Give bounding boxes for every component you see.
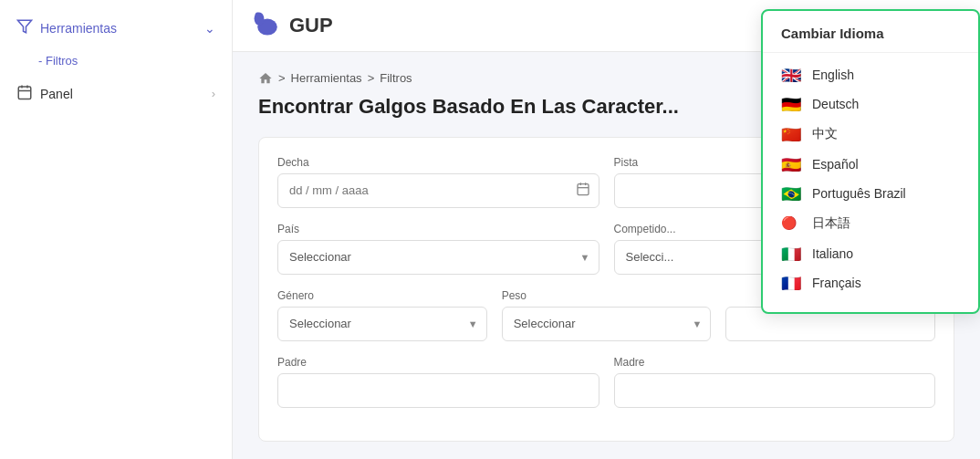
lang-label-chinese: 中文 bbox=[812, 126, 838, 142]
lang-label-japanese: 日本語 bbox=[812, 215, 850, 232]
pais-select[interactable]: Seleccionar bbox=[277, 240, 599, 275]
sidebar-item-filtros[interactable]: - Filtros bbox=[0, 47, 232, 75]
breadcrumb-herramientas[interactable]: Herramientas bbox=[291, 71, 362, 85]
flag-italiano: 🇮🇹 bbox=[781, 246, 803, 261]
peso-select-wrapper: Seleccionar ▼ bbox=[502, 307, 712, 341]
breadcrumb-sep1: > bbox=[278, 71, 286, 85]
flag-english: 🇬🇧 bbox=[781, 68, 803, 82]
padre-label: Padre bbox=[277, 356, 599, 369]
breadcrumb-filtros: Filtros bbox=[380, 71, 412, 85]
svg-point-7 bbox=[255, 12, 260, 18]
svg-rect-1 bbox=[18, 87, 31, 99]
logo-icon bbox=[251, 7, 284, 44]
flag-espanol: 🇪🇸 bbox=[781, 157, 803, 172]
logo-area: GUP bbox=[251, 7, 333, 44]
sidebar-item-panel-label: Panel bbox=[40, 87, 73, 101]
form-group-padre: Padre bbox=[277, 356, 599, 408]
madre-label: Madre bbox=[614, 356, 936, 369]
chevron-down-icon: ⌄ bbox=[204, 21, 215, 36]
sidebar-item-filtros-label: - Filtros bbox=[38, 54, 78, 68]
decha-label: Decha bbox=[277, 156, 599, 169]
pais-select-wrapper: Seleccionar ▼ bbox=[277, 240, 599, 275]
lang-label-portuguese: Português Brazil bbox=[812, 186, 906, 201]
genero-label: Género bbox=[277, 289, 487, 302]
filter-icon bbox=[16, 18, 33, 37]
language-dropdown-title: Cambiar Idioma bbox=[763, 26, 978, 53]
sidebar-item-panel[interactable]: Panel › bbox=[0, 75, 232, 112]
calendar-icon bbox=[16, 84, 33, 103]
form-group-decha: Decha bbox=[277, 156, 599, 208]
home-icon[interactable] bbox=[258, 70, 273, 86]
form-row-4: Padre Madre bbox=[277, 356, 935, 408]
form-group-madre: Madre bbox=[614, 356, 936, 408]
lang-item-english[interactable]: 🇬🇧 English bbox=[763, 60, 978, 89]
lang-item-deutsch[interactable]: 🇩🇪 Deutsch bbox=[763, 89, 978, 119]
lang-item-portuguese[interactable]: 🇧🇷 Português Brazil bbox=[763, 179, 978, 208]
madre-input[interactable] bbox=[614, 373, 936, 408]
flag-japanese: 🔴 bbox=[781, 216, 803, 231]
date-input-wrapper bbox=[277, 173, 599, 208]
chevron-right-icon: › bbox=[212, 87, 215, 100]
form-group-peso: Peso Seleccionar ▼ bbox=[502, 289, 712, 341]
logo-text: GUP bbox=[289, 14, 333, 37]
flag-chinese: 🇨🇳 bbox=[781, 127, 803, 141]
padre-input[interactable] bbox=[277, 373, 599, 408]
language-dropdown: Cambiar Idioma 🇬🇧 English 🇩🇪 Deutsch 🇨🇳 … bbox=[761, 9, 980, 314]
lang-item-francais[interactable]: 🇫🇷 Français bbox=[763, 268, 978, 297]
lang-label-espanol: Español bbox=[812, 157, 859, 172]
breadcrumb-sep2: > bbox=[368, 71, 375, 85]
sidebar-item-herramientas-label: Herramientas bbox=[40, 21, 117, 36]
lang-item-chinese[interactable]: 🇨🇳 中文 bbox=[763, 119, 978, 150]
decha-input[interactable] bbox=[277, 173, 599, 208]
peso-select[interactable]: Seleccionar bbox=[502, 307, 712, 341]
form-group-pais: País Seleccionar ▼ bbox=[277, 223, 599, 275]
lang-item-japanese[interactable]: 🔴 日本語 bbox=[763, 208, 978, 239]
form-group-genero: Género Seleccionar ▼ bbox=[277, 289, 487, 341]
peso-label: Peso bbox=[502, 289, 712, 302]
pais-label: País bbox=[277, 223, 599, 235]
lang-label-francais: Français bbox=[812, 276, 861, 290]
lang-item-italiano[interactable]: 🇮🇹 Italiano bbox=[763, 239, 978, 268]
sidebar: Herramientas ⌄ - Filtros Panel › bbox=[0, 0, 233, 459]
genero-select[interactable]: Seleccionar bbox=[277, 307, 487, 341]
lang-label-english: English bbox=[812, 68, 854, 82]
flag-deutsch: 🇩🇪 bbox=[781, 97, 803, 111]
genero-select-wrapper: Seleccionar ▼ bbox=[277, 307, 487, 341]
lang-label-deutsch: Deutsch bbox=[812, 97, 859, 111]
svg-marker-0 bbox=[18, 20, 32, 33]
sidebar-item-herramientas[interactable]: Herramientas ⌄ bbox=[0, 9, 232, 47]
lang-item-espanol[interactable]: 🇪🇸 Español bbox=[763, 150, 978, 179]
flag-portuguese: 🇧🇷 bbox=[781, 186, 803, 201]
lang-label-italiano: Italiano bbox=[812, 246, 853, 261]
flag-francais: 🇫🇷 bbox=[781, 276, 803, 290]
